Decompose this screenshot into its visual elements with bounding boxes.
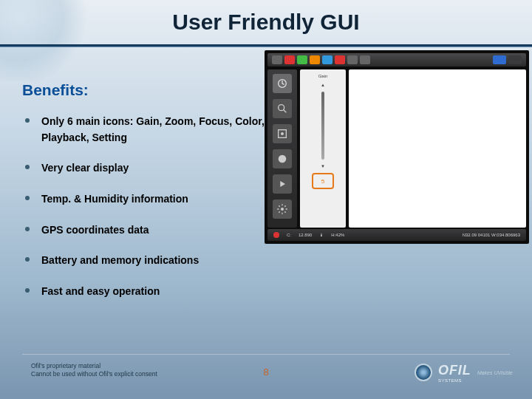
thermometer-icon: 🌡: [319, 233, 324, 237]
brand-name: OFIL: [438, 363, 471, 378]
brand-tagline: Makes UVisible: [477, 370, 513, 375]
proprietary-notice: Ofil's proprietary material Cannot be us…: [31, 362, 157, 378]
title-bar: User Friendly GUI: [0, 0, 532, 44]
gain-icon: [273, 74, 292, 93]
benefits-list: Only 6 main icons: Gain, Zoom, Focus, Co…: [22, 114, 270, 300]
svg-marker-6: [280, 181, 285, 187]
hum-value: H:42%: [331, 233, 344, 237]
list-item: Fast and easy operation: [22, 284, 270, 300]
plug-icon: [310, 55, 320, 64]
proprietary-line2: Cannot be used without Ofil's explicit c…: [31, 370, 157, 378]
settings-icon: [273, 200, 292, 219]
list-item: Only 6 main icons: Gain, Zoom, Focus, Co…: [22, 114, 270, 146]
benefits-block: Benefits: Only 6 main icons: Gain, Zoom,…: [22, 81, 270, 315]
device-side-toolbar: [267, 69, 297, 228]
list-item: Temp. & Humidity information: [22, 191, 270, 208]
svg-line-2: [283, 109, 286, 112]
svg-point-5: [279, 155, 287, 163]
device-screenshot: Gain ▲ ▼ 5 C: 12.890 🌡 H:42% N32.09 0410…: [265, 50, 529, 244]
list-item: Battery and memory indications: [22, 253, 270, 269]
device-bottom-bar: C: 12.890 🌡 H:42% N32.09 04101 W:034.806…: [267, 229, 526, 241]
device-top-bar: [267, 53, 526, 66]
menu-icon: [272, 55, 282, 64]
title-underline: [0, 44, 532, 47]
list-item: Very clear display: [22, 160, 270, 177]
brand-logo: OFIL SYSTEMS Makes UVisible: [415, 362, 513, 383]
svg-point-7: [281, 208, 284, 211]
device-gain-panel: Gain ▲ ▼ 5: [300, 69, 346, 228]
temp-value: 12.890: [299, 233, 312, 237]
record-dot-icon: [273, 232, 279, 238]
gain-slider: [321, 92, 324, 160]
gain-value: 5: [312, 173, 334, 189]
temp-label: C:: [287, 233, 291, 237]
benefits-heading: Benefits:: [22, 81, 270, 99]
brand-sub: SYSTEMS: [438, 378, 471, 383]
list-item: GPS coordinates data: [22, 222, 270, 239]
page-number: 8: [263, 366, 268, 378]
battery-icon: [297, 55, 307, 64]
playback-icon: [273, 174, 292, 194]
footer-divider: [22, 354, 510, 355]
mode-a-badge: [493, 55, 506, 64]
zoom-icon: [273, 99, 292, 118]
page-title: User Friendly GUI: [172, 10, 359, 35]
record-icon: [284, 55, 295, 64]
logo-swirl-icon: [415, 364, 432, 381]
mode-uv-badge: [508, 55, 522, 64]
panel-label: Gain: [318, 74, 328, 78]
gps-value: N32.09 04101 W:034.806963: [463, 233, 520, 237]
svg-point-4: [281, 132, 284, 135]
mic-icon: [335, 55, 345, 64]
proprietary-line1: Ofil's proprietary material: [31, 362, 157, 370]
focus-icon: [273, 124, 292, 143]
memory-icon: [322, 55, 332, 64]
info-icon: [360, 55, 370, 64]
device-viewport: [349, 69, 526, 228]
color-icon: [273, 149, 292, 168]
headset-icon: [347, 55, 358, 64]
